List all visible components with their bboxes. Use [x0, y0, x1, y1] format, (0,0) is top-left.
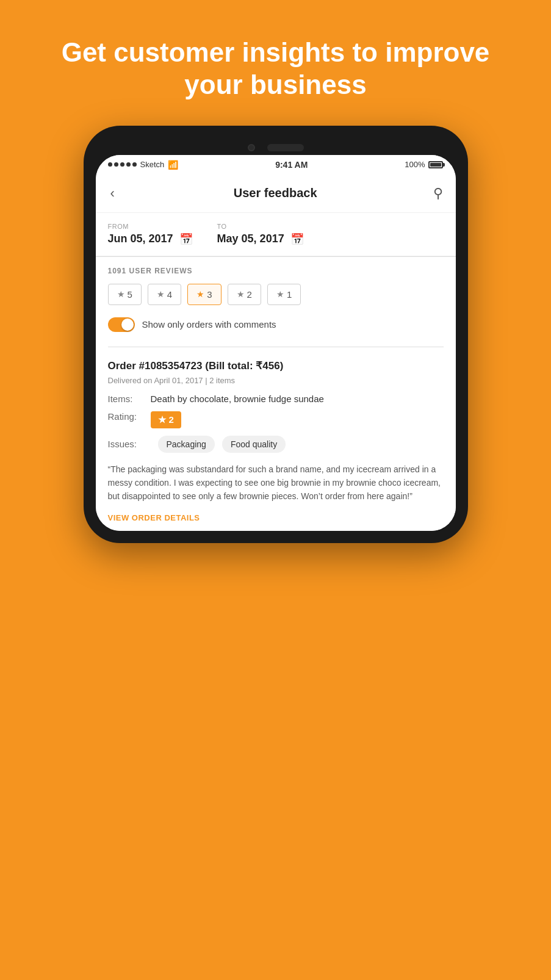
rating-badge: ★ 2 — [151, 411, 181, 428]
star-filter-5[interactable]: ★ 5 — [108, 284, 142, 305]
status-right: 100% — [405, 160, 443, 169]
date-filter-section: FROM Jun 05, 2017 📅 TO May 05, 2017 📅 — [96, 213, 456, 256]
comments-toggle[interactable] — [108, 317, 135, 332]
from-date-group: FROM Jun 05, 2017 📅 — [108, 223, 193, 246]
star-label-2: 2 — [247, 289, 252, 300]
star-label-3: 3 — [207, 289, 212, 300]
from-calendar-icon[interactable]: 📅 — [179, 232, 193, 246]
battery-icon — [428, 161, 443, 168]
battery-fill — [430, 163, 441, 167]
rating-star-icon: ★ — [158, 414, 166, 425]
to-date-row: May 05, 2017 📅 — [217, 232, 304, 246]
phone-screen: Sketch 📶 9:41 AM 100% ‹ User feedback ⚲ … — [96, 155, 456, 531]
view-order-link[interactable]: VIEW ORDER DETAILS — [108, 513, 444, 522]
signal-dots — [108, 162, 137, 167]
star-label-4: 4 — [167, 289, 172, 300]
star-label-1: 1 — [287, 289, 292, 300]
phone-top-bar — [96, 138, 456, 155]
signal-dot-2 — [114, 162, 118, 167]
star-icon-2: ★ — [237, 289, 245, 299]
signal-dot-1 — [108, 162, 112, 167]
reviews-count: 1091 USER REVIEWS — [108, 267, 444, 275]
toggle-track — [108, 317, 135, 332]
star-filters: ★ 5 ★ 4 ★ 3 ★ 2 ★ 1 — [108, 284, 444, 305]
issue-tag-food-quality: Food quality — [222, 436, 286, 453]
toggle-row: Show only orders with comments — [108, 315, 444, 334]
order-card: Order #1085354723 (Bill total: ₹456) Del… — [96, 347, 456, 531]
items-label: Items: — [108, 394, 151, 404]
signal-dot-5 — [132, 162, 137, 167]
issue-tag-packaging: Packaging — [158, 436, 215, 453]
review-comment: “The packaging was substandard for such … — [108, 463, 444, 503]
reviews-section: 1091 USER REVIEWS ★ 5 ★ 4 ★ 3 ★ 2 — [96, 257, 456, 347]
to-calendar-icon[interactable]: 📅 — [290, 232, 304, 246]
order-subtitle: Delivered on April 01, 2017 | 2 items — [108, 376, 444, 385]
to-label: TO — [217, 223, 304, 230]
from-date-value: Jun 05, 2017 — [108, 232, 173, 245]
star-icon-3: ★ — [196, 289, 204, 299]
items-value: Death by chocolate, brownie fudge sundae — [151, 394, 324, 404]
status-bar: Sketch 📶 9:41 AM 100% — [96, 155, 456, 175]
toggle-thumb — [121, 319, 134, 331]
page-title: User feedback — [234, 186, 317, 200]
items-row: Items: Death by chocolate, brownie fudge… — [108, 394, 444, 404]
status-time: 9:41 AM — [275, 160, 308, 170]
hero-headline: Get customer insights to improve your bu… — [0, 0, 551, 126]
signal-dot-3 — [120, 162, 124, 167]
rating-label: Rating: — [108, 411, 151, 422]
star-icon-4: ★ — [157, 289, 165, 299]
battery-percent: 100% — [405, 160, 425, 169]
from-date-row: Jun 05, 2017 📅 — [108, 232, 193, 246]
signal-dot-4 — [126, 162, 131, 167]
wifi-icon: 📶 — [168, 160, 178, 170]
star-label-5: 5 — [128, 289, 132, 300]
issues-label: Issues: — [108, 439, 151, 449]
back-button[interactable]: ‹ — [108, 183, 117, 204]
speaker-grille — [267, 144, 304, 151]
carrier-name: Sketch — [140, 160, 165, 169]
toggle-label: Show only orders with comments — [142, 319, 276, 330]
issues-row: Issues: Packaging Food quality — [108, 436, 444, 453]
status-left: Sketch 📶 — [108, 160, 179, 170]
star-filter-1[interactable]: ★ 1 — [267, 284, 301, 305]
search-icon[interactable]: ⚲ — [433, 186, 443, 201]
star-filter-4[interactable]: ★ 4 — [148, 284, 181, 305]
star-filter-3[interactable]: ★ 3 — [187, 284, 221, 305]
rating-row: Rating: ★ 2 — [108, 411, 444, 428]
to-date-value: May 05, 2017 — [217, 232, 284, 245]
camera-dot — [248, 144, 255, 151]
star-filter-2[interactable]: ★ 2 — [228, 284, 261, 305]
phone-device: Sketch 📶 9:41 AM 100% ‹ User feedback ⚲ … — [84, 126, 468, 543]
app-header: ‹ User feedback ⚲ — [96, 175, 456, 213]
star-icon-1: ★ — [276, 289, 284, 299]
to-date-group: TO May 05, 2017 📅 — [217, 223, 304, 246]
star-icon-5: ★ — [117, 289, 125, 299]
order-title: Order #1085354723 (Bill total: ₹456) — [108, 359, 444, 372]
from-label: FROM — [108, 223, 193, 230]
rating-value: 2 — [169, 414, 174, 425]
